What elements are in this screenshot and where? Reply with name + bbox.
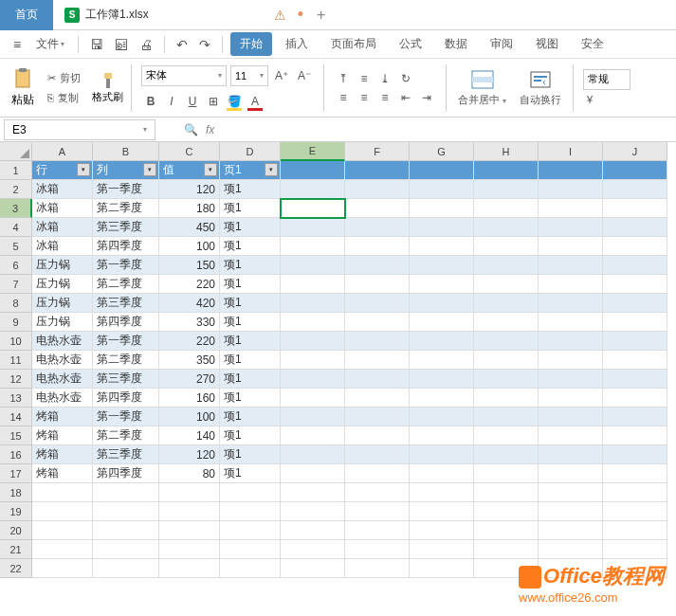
cell[interactable]: 第二季度 — [93, 275, 159, 294]
row-header[interactable]: 17 — [0, 464, 32, 483]
cell[interactable] — [539, 180, 603, 199]
row-header[interactable]: 18 — [0, 483, 32, 502]
cell[interactable] — [603, 370, 667, 389]
row-header[interactable]: 12 — [0, 370, 32, 389]
orientation-icon[interactable]: ↻ — [396, 70, 415, 87]
cell[interactable] — [159, 540, 220, 559]
cell[interactable] — [410, 313, 474, 332]
undo-icon[interactable]: ↶ — [173, 34, 192, 55]
paste-button[interactable]: 粘贴 — [8, 65, 38, 110]
cell[interactable] — [474, 180, 539, 199]
cell[interactable] — [345, 256, 410, 275]
cell[interactable]: 电热水壶 — [32, 351, 93, 370]
cell[interactable] — [603, 426, 667, 445]
cell[interactable] — [93, 540, 159, 559]
align-bottom-icon[interactable]: ⤓ — [375, 70, 394, 87]
cell[interactable] — [474, 256, 539, 275]
cell[interactable] — [410, 445, 474, 464]
cell[interactable] — [410, 521, 474, 540]
cell[interactable] — [603, 445, 667, 464]
cell[interactable] — [410, 161, 474, 180]
fill-color-button[interactable]: 🪣 — [225, 92, 244, 111]
cell[interactable] — [159, 559, 220, 578]
cell[interactable] — [603, 540, 667, 559]
underline-button[interactable]: U — [183, 92, 202, 111]
cell[interactable] — [539, 256, 603, 275]
save-icon[interactable]: 🖫 — [86, 34, 107, 55]
cell[interactable] — [345, 521, 410, 540]
cell[interactable]: 冰箱 — [32, 218, 93, 237]
cell[interactable] — [281, 389, 345, 408]
cell[interactable]: 项1 — [220, 389, 281, 408]
cell[interactable]: 电热水壶 — [32, 389, 93, 408]
cell[interactable] — [220, 540, 281, 559]
cell[interactable]: 第四季度 — [93, 389, 159, 408]
decrease-font-icon[interactable]: A⁻ — [295, 66, 314, 85]
cell[interactable] — [345, 389, 410, 408]
cell[interactable]: 烤箱 — [32, 426, 93, 445]
cell[interactable] — [281, 199, 345, 218]
cell[interactable] — [281, 540, 345, 559]
align-middle-icon[interactable]: ≡ — [355, 70, 374, 87]
cell[interactable]: 冰箱 — [32, 237, 93, 256]
cell[interactable] — [474, 237, 539, 256]
tab-security[interactable]: 安全 — [572, 32, 613, 56]
cell[interactable] — [539, 483, 603, 502]
column-header-D[interactable]: D — [220, 142, 281, 161]
new-tab-button[interactable]: + — [317, 7, 325, 24]
cell[interactable] — [410, 332, 474, 351]
cell[interactable]: 冰箱 — [32, 199, 93, 218]
cell[interactable] — [410, 218, 474, 237]
cell[interactable] — [539, 502, 603, 521]
cell[interactable] — [281, 294, 345, 313]
cell[interactable] — [345, 332, 410, 351]
column-header-B[interactable]: B — [93, 142, 159, 161]
cell[interactable] — [539, 464, 603, 483]
cell[interactable]: 420 — [159, 294, 220, 313]
cell[interactable]: 项1 — [220, 332, 281, 351]
select-all-corner[interactable] — [0, 142, 32, 161]
cell[interactable] — [93, 502, 159, 521]
tab-formula[interactable]: 公式 — [390, 32, 431, 56]
cell[interactable]: 第三季度 — [93, 294, 159, 313]
cell[interactable] — [345, 370, 410, 389]
cell[interactable] — [32, 483, 93, 502]
row-header[interactable]: 9 — [0, 313, 32, 332]
cell[interactable] — [474, 445, 539, 464]
cell[interactable] — [410, 180, 474, 199]
cell[interactable] — [220, 483, 281, 502]
font-name-select[interactable]: 宋体 ▾ — [141, 65, 227, 86]
cell[interactable]: 项1 — [220, 408, 281, 426]
cell[interactable]: 第四季度 — [93, 313, 159, 332]
filter-button[interactable]: ▾ — [77, 163, 90, 176]
cell[interactable] — [474, 464, 539, 483]
cell[interactable]: 项1 — [220, 294, 281, 313]
cell[interactable] — [474, 351, 539, 370]
align-right-icon[interactable]: ≡ — [375, 89, 394, 106]
cell[interactable] — [281, 161, 345, 180]
cell[interactable] — [539, 426, 603, 445]
align-left-icon[interactable]: ≡ — [334, 89, 353, 106]
row-header[interactable]: 10 — [0, 332, 32, 351]
row-header[interactable]: 7 — [0, 275, 32, 294]
cell[interactable] — [539, 313, 603, 332]
cell[interactable] — [539, 332, 603, 351]
cell[interactable]: 120 — [159, 445, 220, 464]
cell[interactable] — [474, 161, 539, 180]
cell[interactable]: 220 — [159, 332, 220, 351]
cell[interactable] — [603, 275, 667, 294]
cell[interactable] — [281, 313, 345, 332]
cell[interactable] — [410, 351, 474, 370]
cell[interactable] — [345, 294, 410, 313]
cell-reference-input[interactable]: E3 ▾ — [4, 119, 155, 140]
indent-left-icon[interactable]: ⇤ — [396, 89, 415, 106]
cell[interactable]: 电热水壶 — [32, 332, 93, 351]
cell[interactable] — [410, 199, 474, 218]
row-header[interactable]: 20 — [0, 521, 32, 540]
cell[interactable]: 项1 — [220, 256, 281, 275]
cell[interactable]: 项1 — [220, 218, 281, 237]
column-header-E[interactable]: E — [281, 142, 345, 161]
border-button[interactable]: ⊞ — [204, 92, 223, 111]
cell[interactable] — [281, 370, 345, 389]
column-header-F[interactable]: F — [345, 142, 410, 161]
